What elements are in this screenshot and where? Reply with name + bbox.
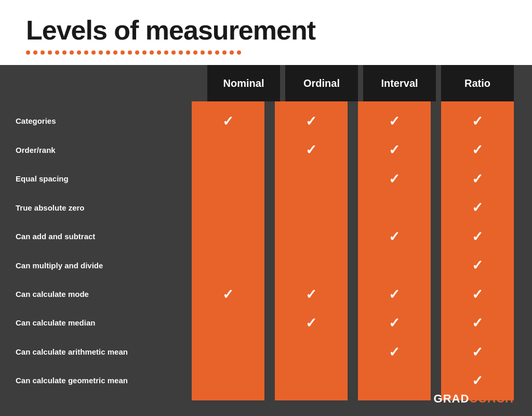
page-title: Levels of measurement: [26, 16, 506, 45]
checkmark-icon: ✓: [389, 316, 400, 330]
cell-ratio: ✓: [441, 309, 514, 336]
checkmark-icon: ✓: [472, 316, 483, 330]
dot: [128, 50, 132, 55]
row-label: Can calculate geometric mean: [16, 371, 189, 390]
dot: [55, 50, 59, 55]
checkmark-icon: ✓: [389, 230, 400, 243]
checkmark-icon: ✓: [472, 258, 483, 272]
brand-grad-text: GRAD: [434, 392, 470, 406]
col-header-label-ratio: Ratio: [464, 77, 490, 89]
cell-interval: ✓: [358, 136, 431, 163]
col-header-label-interval: Interval: [381, 77, 418, 89]
dot: [208, 50, 212, 55]
row-label: Can add and subtract: [16, 227, 189, 246]
cell-ordinal: [275, 367, 348, 394]
checkmark-icon: ✓: [389, 143, 400, 157]
checkmark-icon: ✓: [305, 288, 317, 301]
dot: [186, 50, 190, 55]
checkmark-icon: ✓: [472, 172, 483, 186]
dot: [179, 50, 183, 55]
cell-nominal: [192, 136, 264, 163]
cell-ratio: ✓: [441, 194, 514, 221]
cell-ratio: ✓: [441, 252, 514, 279]
col-header-interval: Interval: [363, 65, 436, 101]
checkmark-icon: ✓: [472, 201, 483, 214]
dot: [26, 50, 30, 55]
cell-ordinal: [275, 252, 348, 279]
data-col-nominal: ✓✓: [192, 101, 264, 400]
cell-interval: ✓: [358, 108, 431, 135]
checkmark-icon: ✓: [222, 114, 234, 128]
row-label: True absolute zero: [16, 199, 189, 217]
cell-nominal: [192, 367, 264, 394]
cell-nominal: ✓: [192, 281, 264, 308]
dot: [113, 50, 117, 55]
dot: [106, 50, 110, 55]
checkmark-icon: ✓: [389, 114, 400, 128]
dot: [84, 50, 88, 55]
cell-ordinal: ✓: [275, 281, 348, 308]
dot: [70, 50, 74, 55]
cell-ordinal: [275, 339, 348, 366]
row-label: Can calculate arithmetic mean: [16, 343, 189, 361]
cell-ordinal: [275, 165, 348, 192]
cell-interval: ✓: [358, 165, 431, 192]
cell-nominal: ✓: [192, 108, 264, 135]
col-header-ratio: Ratio: [441, 65, 514, 101]
cell-ratio: ✓: [441, 223, 514, 250]
checkmark-icon: ✓: [472, 114, 483, 128]
row-label: Equal spacing: [16, 170, 189, 188]
dot: [91, 50, 96, 55]
footer-brand: GRAD COACH: [434, 392, 514, 406]
dot: [62, 50, 66, 55]
checkmark-icon: ✓: [305, 316, 317, 330]
checkmark-icon: ✓: [389, 345, 400, 359]
checkmark-icon: ✓: [389, 172, 400, 186]
data-col-ratio: ✓✓✓✓✓✓✓✓✓✓: [441, 101, 514, 400]
checkmark-icon: ✓: [222, 288, 234, 301]
table-area: CategoriesOrder/rankEqual spacingTrue ab…: [0, 101, 532, 416]
cell-nominal: [192, 223, 264, 250]
data-col-interval: ✓✓✓✓✓✓✓: [358, 101, 431, 400]
dot: [237, 50, 241, 55]
checkmark-icon: ✓: [472, 288, 483, 301]
row-label: Can calculate mode: [16, 285, 189, 304]
dot: [121, 50, 125, 55]
cell-nominal: [192, 165, 264, 192]
cell-ordinal: [275, 223, 348, 250]
col-header-label-nominal: Nominal: [223, 77, 264, 89]
dot: [41, 50, 45, 55]
checkmark-icon: ✓: [472, 345, 483, 359]
dot: [201, 50, 205, 55]
row-label: Categories: [16, 112, 189, 131]
dot: [193, 50, 197, 55]
cell-ratio: ✓: [441, 281, 514, 308]
row-labels: CategoriesOrder/rankEqual spacingTrue ab…: [16, 101, 189, 400]
cell-ordinal: ✓: [275, 108, 348, 135]
cell-ratio: ✓: [441, 136, 514, 163]
cell-ratio: ✓: [441, 108, 514, 135]
col-header-ordinal: Ordinal: [285, 65, 358, 101]
row-label: Can calculate median: [16, 314, 189, 332]
dot: [48, 50, 52, 55]
checkmark-icon: ✓: [389, 288, 400, 301]
checkmark-icon: ✓: [472, 374, 483, 387]
cell-nominal: [192, 309, 264, 336]
cell-ordinal: [275, 194, 348, 221]
checkmark-icon: ✓: [305, 114, 317, 128]
columns-data: ✓✓✓✓✓✓✓✓✓✓✓✓✓✓✓✓✓✓✓✓✓✓✓: [189, 101, 516, 400]
checkmark-icon: ✓: [305, 143, 317, 157]
dot: [215, 50, 219, 55]
cell-nominal: [192, 339, 264, 366]
dot: [77, 50, 81, 55]
cell-interval: ✓: [358, 309, 431, 336]
cell-interval: ✓: [358, 281, 431, 308]
cell-ratio: ✓: [441, 339, 514, 366]
dot: [99, 50, 103, 55]
row-label: Order/rank: [16, 141, 189, 160]
col-header-nominal: Nominal: [207, 65, 280, 101]
cell-ratio: ✓: [441, 165, 514, 192]
cell-ordinal: ✓: [275, 136, 348, 163]
header-section: Levels of measurement: [0, 0, 532, 65]
col-header-label-ordinal: Ordinal: [303, 77, 340, 89]
